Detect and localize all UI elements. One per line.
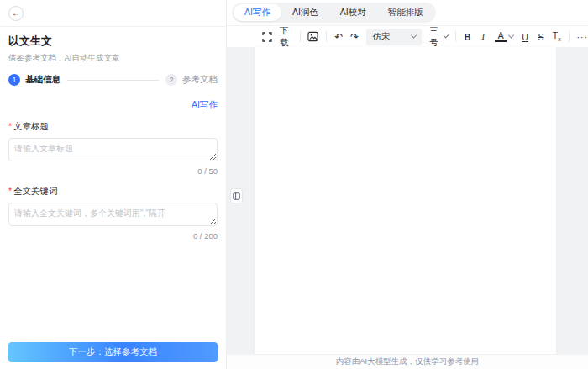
sidebar: ← 以文生文 借鉴参考文档，AI自动生成文章 1 基础信息 2 参考文档 AI写…: [0, 0, 227, 369]
step-2-label: 参考文档: [182, 74, 218, 86]
editor-toolbar: 下载 ↶ ↷ 仿宋 三号 B I A U S Tx: [227, 25, 588, 47]
title-char-counter: 0 / 50: [8, 166, 218, 176]
page-title: 以文生文: [8, 34, 218, 49]
sidebar-header: ←: [0, 0, 226, 27]
article-title-label: *文章标题: [8, 121, 218, 133]
step-1-circle: 1: [8, 74, 20, 86]
editor-canvas: [227, 47, 588, 354]
tab-ai-proofread[interactable]: AI校对: [329, 4, 377, 21]
italic-button[interactable]: I: [479, 32, 487, 41]
font-color-button[interactable]: A: [495, 31, 513, 42]
back-button[interactable]: ←: [8, 6, 24, 21]
redo-icon[interactable]: ↷: [350, 32, 359, 42]
chevron-down-icon: [444, 33, 449, 38]
next-step-button[interactable]: 下一步：选择参考文档: [8, 342, 218, 362]
back-arrow-icon: ←: [12, 8, 20, 18]
bold-button[interactable]: B: [464, 32, 472, 42]
strikethrough-button[interactable]: S: [537, 32, 545, 42]
step-1-label: 基础信息: [25, 74, 60, 86]
toolbar-separator: [326, 31, 327, 42]
step-indicator: 1 基础信息 2 参考文档: [8, 74, 218, 86]
insert-image-icon[interactable]: [307, 31, 318, 42]
page-margin-right: [556, 47, 588, 354]
font-family-select[interactable]: 仿宋: [366, 29, 422, 45]
sidebar-collapse-handle[interactable]: [230, 188, 243, 203]
panel-toggle-icon: [233, 192, 240, 200]
font-color-letter: A: [495, 31, 507, 42]
ai-writing-link[interactable]: AI写作: [8, 99, 218, 111]
tab-ai-polish[interactable]: AI润色: [281, 4, 329, 21]
chevron-down-icon: [508, 33, 514, 39]
toolbar-separator: [455, 31, 456, 42]
ai-disclaimer: 内容由AI大模型生成，仅供学习参考使用: [227, 354, 588, 369]
fullscreen-icon[interactable]: [262, 32, 272, 42]
chevron-down-icon: [411, 33, 417, 39]
sidebar-body: 以文生文 借鉴参考文档，AI自动生成文章 1 基础信息 2 参考文档 AI写作 …: [0, 27, 226, 369]
article-title-input[interactable]: [8, 138, 218, 161]
font-family-value: 仿宋: [372, 31, 390, 43]
tab-smart-layout[interactable]: 智能排版: [377, 4, 434, 21]
toolbar-separator: [569, 31, 570, 42]
mode-tabs: AI写作 AI润色 AI校对 智能排版: [232, 3, 436, 23]
font-size-select[interactable]: 三号: [429, 25, 448, 49]
undo-icon[interactable]: ↶: [334, 32, 343, 42]
keywords-char-counter: 0 / 200: [8, 231, 218, 240]
font-size-value: 三号: [429, 25, 440, 49]
clear-format-button[interactable]: Tx: [553, 30, 561, 42]
page-subtitle: 借鉴参考文档，AI自动生成文章: [8, 53, 218, 64]
download-button[interactable]: 下载: [280, 25, 292, 49]
required-marker: *: [8, 121, 12, 131]
step-connector-line: [67, 80, 159, 81]
underline-button[interactable]: U: [521, 32, 529, 42]
step-2-circle: 2: [165, 74, 177, 86]
keywords-input[interactable]: [8, 203, 218, 226]
mode-tab-bar: AI写作 AI润色 AI校对 智能排版: [227, 0, 588, 25]
required-marker: *: [8, 186, 12, 196]
document-page[interactable]: [255, 47, 556, 354]
more-options-button[interactable]: ···: [576, 32, 588, 42]
tab-ai-writing[interactable]: AI写作: [234, 4, 281, 21]
toolbar-separator: [300, 31, 301, 42]
editor-main: AI写作 AI润色 AI校对 智能排版 下载 ↶ ↷ 仿宋: [227, 0, 588, 369]
keywords-label: *全文关键词: [8, 186, 218, 198]
